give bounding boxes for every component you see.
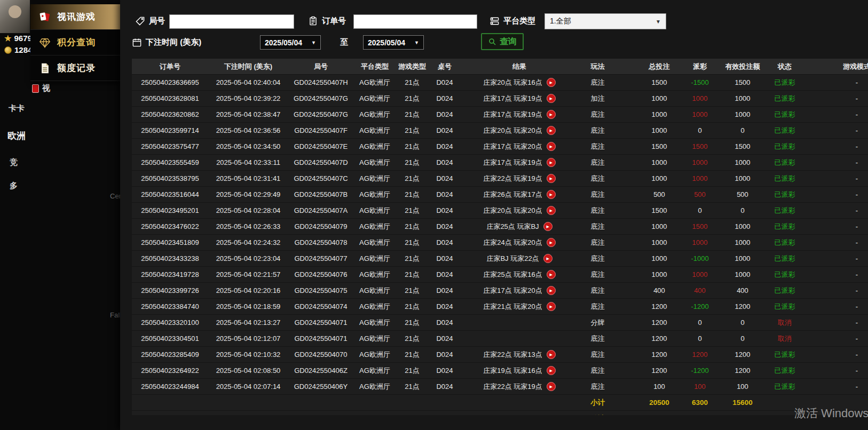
result-text: 庄家20点 玩家16点: [483, 75, 542, 90]
cell-time: 2025-05-04 02:21:57: [208, 267, 288, 282]
table-header-row: 订单号 下注时间 (美东) 局号 平台类型 游戏类型 桌号 结果 玩法 总投注 …: [132, 59, 868, 75]
search-button[interactable]: 查询: [481, 33, 524, 50]
play-icon[interactable]: ▶: [547, 366, 556, 375]
sidebar-item-video-games[interactable]: 视讯游戏: [30, 4, 120, 30]
desktop: { "page": { "watermark": "激活 Windows" },…: [0, 0, 868, 430]
table-row: 250504023538795 2025-05-04 02:31:41 GD02…: [132, 171, 868, 187]
cell-valid-bet: 1000: [719, 171, 766, 186]
bet-time-label-group: 下注时间 (美东): [132, 37, 201, 47]
cell-total-bet: 1000: [618, 251, 681, 266]
result-text: 庄家17点 玩家20点: [483, 283, 542, 298]
result-text: 庄家22点 玩家13点: [483, 347, 542, 362]
cell-mode: -: [803, 171, 868, 186]
cell-play: 底注: [578, 203, 618, 218]
cell-valid-bet: 1500: [719, 75, 766, 90]
avatar[interactable]: [0, 0, 30, 33]
play-icon[interactable]: ▶: [547, 78, 556, 87]
cell-valid-bet: 1000: [719, 107, 766, 122]
cell-game: 21点: [396, 235, 428, 250]
cell-play: 底注: [578, 171, 618, 186]
cell-total-bet: 1200: [618, 299, 681, 314]
play-icon[interactable]: ▶: [547, 350, 556, 359]
date-from-select[interactable]: 2025/05/04 ▼: [260, 35, 321, 50]
balance-value: 1284: [14, 45, 32, 54]
cell-payout: 1000: [681, 155, 719, 170]
play-icon[interactable]: ▶: [547, 270, 556, 279]
cell-mode: -: [803, 267, 868, 282]
play-icon[interactable]: ▶: [547, 126, 556, 135]
col-header-platform: 平台类型: [353, 59, 396, 74]
play-icon[interactable]: ▶: [547, 286, 556, 295]
cell-platform: AG欧洲厅: [353, 379, 396, 394]
play-icon[interactable]: ▶: [547, 142, 556, 151]
cell-payout: 1000: [681, 267, 719, 282]
cell-game: 21点: [396, 139, 428, 154]
cell-play: 底注: [578, 331, 618, 346]
cell-play: 底注: [578, 379, 618, 394]
grand-total-payout: 13614: [681, 411, 719, 415]
cell-round: GD02425504070: [288, 347, 353, 362]
sidebar-item-quota-records[interactable]: 额度记录: [30, 55, 120, 81]
play-icon[interactable]: ▶: [547, 158, 556, 167]
date-to-select[interactable]: 2025/05/04 ▼: [363, 35, 424, 50]
table-row: 250504023476022 2025-05-04 02:26:33 GD02…: [132, 219, 868, 235]
main-panel: 局号 订单号 平台类型 1.全部 ▼ 下注时间 (美东) 2025/05/04: [120, 0, 868, 430]
cell-table: D024: [428, 107, 461, 122]
table-row: 250504023495201 2025-05-04 02:28:04 GD02…: [132, 203, 868, 219]
cell-valid-bet: 0: [719, 203, 766, 218]
cell-valid-bet: 1000: [719, 155, 766, 170]
cell-table: D024: [428, 347, 461, 362]
play-icon[interactable]: ▶: [547, 190, 556, 199]
round-number-input[interactable]: [169, 14, 294, 29]
grand-total-row: 总计 47776 13614 39376: [132, 411, 868, 415]
cell-order: 250504023516044: [132, 187, 208, 202]
cell-table: D024: [428, 251, 461, 266]
cell-payout: 1500: [681, 219, 719, 234]
bg-fragment: 竞: [10, 157, 18, 168]
cell-valid-bet: 0: [719, 331, 766, 346]
play-icon[interactable]: ▶: [547, 206, 556, 215]
play-icon[interactable]: ▶: [543, 254, 553, 263]
cell-payout: 1000: [681, 171, 719, 186]
cell-table: D024: [428, 171, 461, 186]
order-number-input[interactable]: [353, 14, 477, 29]
sidebar-item-points-query[interactable]: 积分查询: [30, 30, 120, 55]
col-header-mode: 游戏模式: [803, 59, 868, 74]
bg-fragment: 欧洲: [7, 130, 26, 142]
play-icon[interactable]: ▶: [547, 238, 556, 247]
empty-cell: [428, 395, 461, 410]
play-icon[interactable]: ▶: [547, 110, 556, 119]
play-icon[interactable]: ▶: [547, 174, 556, 183]
cell-round: GD02425504071: [288, 315, 353, 330]
cell-mode: -: [803, 251, 868, 266]
tag-icon: [135, 16, 145, 26]
cell-result: 庄家24点 玩家20点 ▶: [461, 235, 578, 250]
sidebar-item-label: 积分查询: [57, 36, 96, 49]
result-text: 庄家17点 玩家19点: [483, 155, 542, 170]
play-icon[interactable]: ▶: [547, 94, 556, 103]
table-row: 250504023264922 2025-05-04 02:08:50 GD02…: [132, 363, 868, 379]
empty-cell: [353, 411, 396, 415]
cell-time: 2025-05-04 02:18:59: [208, 299, 288, 314]
cell-valid-bet: 100: [719, 379, 766, 394]
status-badge: 已派彩: [766, 363, 803, 378]
sidebar-item-label: 额度记录: [57, 62, 96, 74]
play-icon[interactable]: ▶: [547, 302, 556, 311]
bet-records-table: 订单号 下注时间 (美东) 局号 平台类型 游戏类型 桌号 结果 玩法 总投注 …: [132, 59, 868, 415]
cell-total-bet: 1000: [618, 235, 681, 250]
cell-round: GD02425504074: [288, 299, 353, 314]
cell-platform: AG欧洲厅: [353, 347, 396, 362]
play-icon[interactable]: ▶: [547, 382, 556, 391]
status-badge: 已派彩: [766, 379, 803, 394]
play-icon[interactable]: ▶: [543, 222, 553, 231]
cell-mode: -: [803, 123, 868, 138]
cell-payout: 0: [681, 123, 719, 138]
cell-payout: -1000: [681, 251, 719, 266]
cell-round: GD0242550406Y: [288, 379, 353, 394]
cell-round: GD02425504077: [288, 251, 353, 266]
empty-cell: [461, 395, 578, 410]
platform-type-select[interactable]: 1.全部 ▼: [545, 13, 666, 29]
cell-time: 2025-05-04 02:39:22: [208, 91, 288, 106]
clipboard-icon: [308, 16, 318, 26]
cell-game: 21点: [396, 283, 428, 298]
